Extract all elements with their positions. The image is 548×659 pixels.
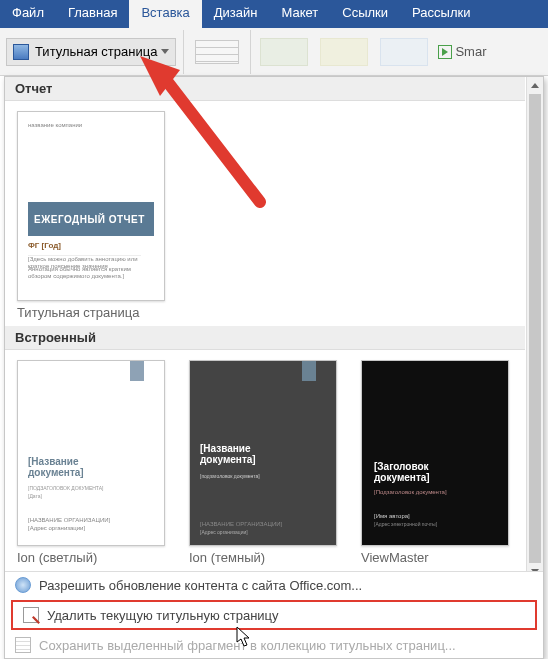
- scroll-up-icon[interactable]: [527, 77, 543, 94]
- gallery-section-builtin: Встроенный: [5, 326, 525, 350]
- cover-tile-caption: Титульная страница: [17, 305, 165, 320]
- shapes-icon[interactable]: [380, 38, 428, 66]
- online-pictures-icon[interactable]: [320, 38, 368, 66]
- cover-page-button-label: Титульная страница: [35, 44, 157, 59]
- gallery-footer: Разрешить обновление контента с сайта Of…: [5, 571, 543, 658]
- smartart-label: Smar: [455, 44, 486, 59]
- cover-tile-ion-light[interactable]: [Название документа] [ПОДЗАГОЛОВОК ДОКУМ…: [17, 360, 165, 565]
- allow-office-update-label: Разрешить обновление контента с сайта Of…: [39, 578, 362, 593]
- scroll-thumb[interactable]: [529, 94, 541, 563]
- table-icon[interactable]: [193, 38, 241, 66]
- tab-file[interactable]: Файл: [0, 0, 56, 28]
- cover-thumbnail: [Название документа] [подзаголовок докум…: [189, 360, 337, 546]
- tab-insert[interactable]: Вставка: [129, 0, 201, 28]
- cover-thumbnail: название компании ЕЖЕГОДНЫЙ ОТЧЕТ ФГ [Го…: [17, 111, 165, 301]
- cover-tile-caption: Ion (светлый): [17, 550, 165, 565]
- remove-page-icon: [23, 607, 39, 623]
- globe-icon: [15, 577, 31, 593]
- tab-layout[interactable]: Макет: [269, 0, 330, 28]
- cover-thumbnail: [Заголовок документа] [Подзаголовок доку…: [361, 360, 509, 546]
- cover-tile-annual-report[interactable]: название компании ЕЖЕГОДНЫЙ ОТЧЕТ ФГ [Го…: [17, 111, 165, 320]
- menu-tabs: Файл Главная Вставка Дизайн Макет Ссылки…: [0, 0, 548, 28]
- allow-office-update-item[interactable]: Разрешить обновление контента с сайта Of…: [5, 572, 543, 598]
- tab-references[interactable]: Ссылки: [330, 0, 400, 28]
- smartart-icon: [438, 45, 452, 59]
- remove-cover-page-item[interactable]: Удалить текущую титульную страницу: [13, 602, 535, 628]
- cover-page-button[interactable]: Титульная страница: [6, 38, 176, 66]
- ribbon: Титульная страница Smar: [0, 28, 548, 76]
- cover-tile-viewmaster[interactable]: [Заголовок документа] [Подзаголовок доку…: [361, 360, 509, 565]
- tab-mailings[interactable]: Рассылки: [400, 0, 482, 28]
- pictures-icon[interactable]: [260, 38, 308, 66]
- chevron-down-icon: [161, 49, 169, 54]
- remove-cover-page-label: Удалить текущую титульную страницу: [47, 608, 279, 623]
- ribbon-divider: [250, 30, 251, 74]
- save-to-gallery-icon: [15, 637, 31, 653]
- smartart-button[interactable]: Smar: [438, 44, 486, 59]
- cover-tile-caption: ViewMaster: [361, 550, 509, 565]
- ribbon-divider: [183, 30, 184, 74]
- tab-home[interactable]: Главная: [56, 0, 129, 28]
- tab-design[interactable]: Дизайн: [202, 0, 270, 28]
- save-selection-item: Сохранить выделенный фрагмент в коллекци…: [5, 632, 543, 658]
- vertical-scrollbar[interactable]: [526, 77, 543, 580]
- cover-page-gallery: Отчет название компании ЕЖЕГОДНЫЙ ОТЧЕТ …: [4, 76, 544, 659]
- cover-tile-ion-dark[interactable]: [Название документа] [подзаголовок докум…: [189, 360, 337, 565]
- gallery-section-report: Отчет: [5, 77, 525, 101]
- cover-tile-caption: Ion (темный): [189, 550, 337, 565]
- save-selection-label: Сохранить выделенный фрагмент в коллекци…: [39, 638, 456, 653]
- cover-page-icon: [13, 44, 29, 60]
- cover-thumbnail: [Название документа] [ПОДЗАГОЛОВОК ДОКУМ…: [17, 360, 165, 546]
